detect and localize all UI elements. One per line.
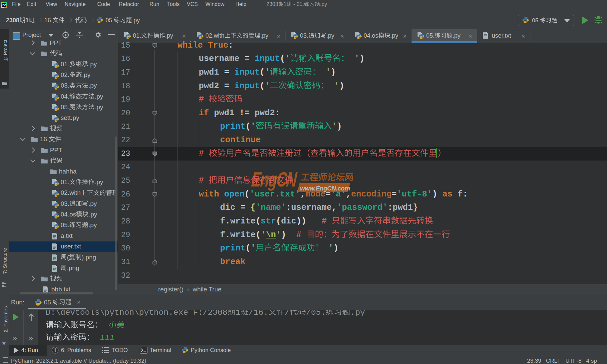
svg-text:PC: PC <box>2 4 6 7</box>
